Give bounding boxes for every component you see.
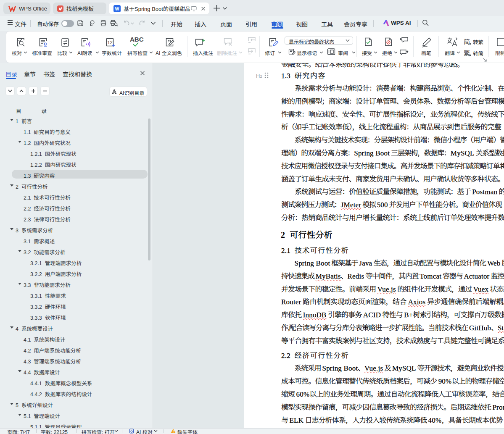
svg-text:W: W: [115, 6, 119, 11]
svg-text:12: 12: [107, 40, 112, 45]
